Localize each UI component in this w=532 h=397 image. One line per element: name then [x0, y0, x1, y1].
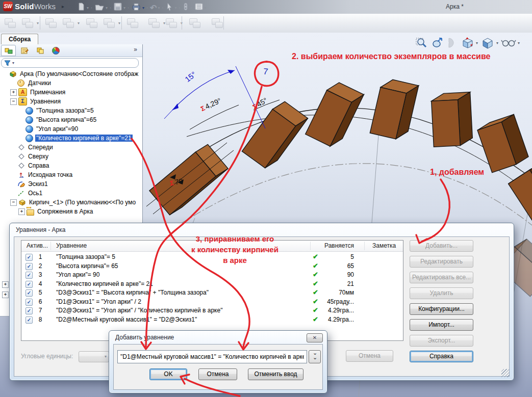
- zoom-to-fit-icon[interactable]: [430, 36, 444, 49]
- new-document-dropdown[interactable]: ▾: [87, 6, 89, 10]
- display-style-icon[interactable]: [480, 36, 495, 49]
- command-tab-1[interactable]: Сборка: [1, 34, 38, 45]
- cancel-button[interactable]: Отмена: [198, 368, 237, 380]
- delete-equation-button[interactable]: Удалить: [410, 287, 473, 299]
- tree-item[interactable]: Эскиз1: [0, 179, 142, 189]
- filter-dropdown[interactable]: ▾: [12, 61, 14, 65]
- edit-all-button[interactable]: Редактировать все...: [410, 272, 473, 283]
- measure-icon[interactable]: [210, 16, 224, 30]
- equation-expression-input[interactable]: [117, 350, 307, 363]
- add-equation-button[interactable]: Добавить...: [410, 240, 473, 252]
- equation-row[interactable]: ✓7"D2@Эскиз1" = "Угол арки" / "Количеств…: [21, 306, 403, 315]
- save-dropdown[interactable]: ▾: [123, 6, 125, 10]
- tree-item[interactable]: Арка (По умолчанию<Состояние отображ: [0, 69, 142, 78]
- collapse-icon[interactable]: −: [10, 98, 17, 105]
- column-equation[interactable]: Уравнение: [56, 242, 87, 249]
- print-dropdown[interactable]: ▾: [142, 6, 144, 10]
- equation-row[interactable]: ✓8"D2@Местный круговой массив1" = "D2@Эс…: [21, 315, 403, 324]
- tree-item[interactable]: "Количество кирпичей в арке"=21: [0, 134, 142, 143]
- tree-item[interactable]: Справа: [0, 161, 142, 170]
- edit-equation-button[interactable]: Редактировать: [410, 256, 473, 268]
- equation-active-checkbox[interactable]: ✓: [26, 272, 33, 279]
- tree-filter-bar[interactable]: ▾: [1, 58, 139, 68]
- options-dropdown[interactable]: ▾: [205, 6, 207, 10]
- column-active[interactable]: Актив...: [27, 242, 48, 249]
- tree-item[interactable]: Датчики: [0, 78, 142, 88]
- tree-item[interactable]: +AПримечания: [0, 88, 142, 97]
- help-button[interactable]: Справка: [410, 351, 473, 362]
- undo-icon[interactable]: ↶: [150, 3, 157, 13]
- rotate-component-dropdown[interactable]: ▾: [118, 21, 120, 25]
- print-icon[interactable]: [131, 2, 141, 13]
- options-list-icon[interactable]: [194, 2, 204, 13]
- equations-table[interactable]: Актив... Уравнение Равняется Заметка ✓1"…: [21, 240, 403, 341]
- select-cursor-icon[interactable]: [165, 2, 173, 13]
- rotate-component-icon[interactable]: [102, 16, 116, 30]
- close-icon[interactable]: ✕: [307, 333, 323, 342]
- show-hidden-components-icon[interactable]: [125, 16, 140, 30]
- dialog-resize-grip[interactable]: [501, 369, 510, 377]
- tree-item[interactable]: −Кирпич_<1> (По умолчанию<<По умо: [0, 198, 142, 207]
- tree-item[interactable]: Сверху: [0, 152, 142, 161]
- hidden-item-expander[interactable]: +: [2, 292, 9, 298]
- equation-active-checkbox[interactable]: ✓: [26, 254, 33, 261]
- zoom-area-icon[interactable]: [415, 36, 428, 49]
- toggle-states-icon[interactable]: [183, 2, 189, 13]
- tree-item[interactable]: "Толщина зазора"=5: [0, 106, 142, 115]
- mate-icon[interactable]: [44, 16, 58, 30]
- hidden-item-expander[interactable]: +: [2, 281, 9, 288]
- equation-row[interactable]: ✓3"Угол арки"= 90✔90: [21, 271, 403, 279]
- tree-item[interactable]: "Угол арки"=90: [0, 124, 142, 134]
- ok-button[interactable]: OK: [149, 368, 187, 380]
- panel-more-chevron[interactable]: »: [134, 46, 137, 53]
- column-note[interactable]: Заметка: [372, 242, 396, 249]
- move-component-icon[interactable]: [20, 16, 35, 30]
- export-button[interactable]: Экспорт...: [410, 335, 473, 347]
- equation-active-checkbox[interactable]: ✓: [26, 307, 33, 314]
- expand-icon[interactable]: +: [18, 208, 25, 215]
- tree-item[interactable]: Ось1: [0, 189, 142, 198]
- linear-component-pattern-dropdown[interactable]: ▾: [78, 21, 80, 25]
- smart-fasteners-icon[interactable]: [85, 16, 99, 30]
- save-icon[interactable]: [113, 2, 122, 13]
- dialog-cancel-button[interactable]: Отмена: [346, 350, 393, 362]
- feature-tree-tab[interactable]: [1, 45, 16, 56]
- menu-expand-arrow-icon[interactable]: ▸: [62, 4, 64, 9]
- equation-active-checkbox[interactable]: ✓: [26, 263, 33, 270]
- assembly-features-icon[interactable]: [147, 16, 161, 30]
- tree-item[interactable]: Спереди: [0, 143, 142, 152]
- view-orientation-dropdown[interactable]: ▾: [476, 41, 478, 45]
- select-dropdown[interactable]: ▾: [174, 6, 176, 10]
- open-dropdown[interactable]: ▾: [106, 6, 108, 10]
- tree-item[interactable]: Исходная точка: [0, 170, 142, 179]
- collapse-icon[interactable]: −: [10, 199, 17, 206]
- undo-dropdown[interactable]: ▾: [158, 6, 160, 10]
- move-component-dropdown[interactable]: ▾: [37, 21, 39, 25]
- property-manager-tab[interactable]: [17, 45, 32, 56]
- equation-active-checkbox[interactable]: ✓: [26, 316, 33, 324]
- equation-row[interactable]: ✓1"Толщина зазора"= 5✔5: [21, 253, 403, 261]
- tree-item[interactable]: −ΣУравнения: [0, 97, 142, 106]
- new-motion-study-icon[interactable]: [188, 16, 202, 30]
- equation-row[interactable]: ✓4"Количество кирпичей в арке"= 21✔21: [21, 280, 403, 288]
- reference-geometry-icon[interactable]: [164, 16, 179, 30]
- equation-row[interactable]: ✓2"Высота кирпича"= 65✔65: [21, 262, 403, 271]
- cancel-input-button[interactable]: Отменить ввод: [248, 368, 303, 380]
- view-orientation-icon[interactable]: [460, 36, 474, 49]
- column-evaluates[interactable]: Равняется: [318, 242, 354, 249]
- equation-active-checkbox[interactable]: ✓: [26, 289, 33, 297]
- display-manager-tab[interactable]: [48, 45, 63, 56]
- new-document-icon[interactable]: [77, 2, 86, 13]
- import-button[interactable]: Импорт...: [410, 319, 473, 331]
- hide-show-dropdown[interactable]: ▾: [518, 41, 520, 45]
- tree-item[interactable]: "Высота кирпича"=65: [0, 115, 142, 124]
- configuration-manager-tab[interactable]: [33, 45, 47, 56]
- hide-show-items-icon[interactable]: [501, 36, 516, 49]
- display-style-dropdown[interactable]: ▾: [496, 41, 498, 45]
- tree-item[interactable]: +Сопряжения в Арка: [0, 207, 142, 216]
- equation-row[interactable]: ✓5"D3@Эскиз1" = "Высота кирпича" + "Толщ…: [21, 288, 403, 297]
- expand-icon[interactable]: +: [10, 89, 17, 96]
- expression-expand-chevron[interactable]: ⌄⌄: [309, 350, 321, 363]
- equation-row[interactable]: ✓6"D1@Эскиз1" = "Угол арки" / 2✔45граду.…: [21, 298, 403, 306]
- angular-units-select[interactable]: ▾: [79, 351, 109, 362]
